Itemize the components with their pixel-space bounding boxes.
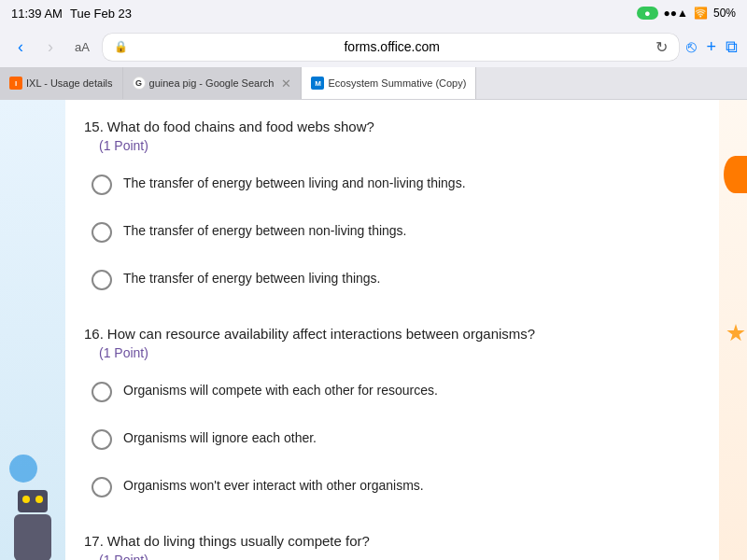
ixl-favicon: I xyxy=(9,77,22,90)
robot-head xyxy=(18,490,48,512)
add-tab-button[interactable]: + xyxy=(706,37,716,57)
robot-decoration xyxy=(14,490,51,560)
tabs-button[interactable]: ⧉ xyxy=(726,37,738,57)
tab-google[interactable]: G guinea pig - Google Search ✕ xyxy=(123,67,303,99)
nav-bar: ‹ › aA 🔒 forms.office.com ↻ ⎋ + ⧉ xyxy=(0,26,747,67)
question-16-text: How can resource availability affect int… xyxy=(107,326,535,342)
circle-deco-1 xyxy=(9,455,37,483)
option-16-3-label: Organisms won't ever interact with other… xyxy=(123,476,424,496)
option-15-3-label: The transfer of energy between living th… xyxy=(123,269,381,288)
question-15-option-2[interactable]: The transfer of energy between non-livin… xyxy=(84,216,691,248)
robot-body xyxy=(14,514,51,560)
question-15-option-1[interactable]: The transfer of energy between living an… xyxy=(84,168,691,201)
question-16-option-2[interactable]: Organisms will ignore each other. xyxy=(84,423,691,455)
browser-actions: ⎋ + ⧉ xyxy=(686,37,738,57)
question-15-text: What do food chains and food webs show? xyxy=(107,119,374,134)
question-17: 17. What do living things usually compet… xyxy=(84,533,691,560)
page-wrapper: 15. What do food chains and food webs sh… xyxy=(0,100,747,560)
question-17-points: (1 Point) xyxy=(99,553,691,560)
question-15-option-3[interactable]: The transfer of energy between living th… xyxy=(84,263,691,296)
tab-google-close[interactable]: ✕ xyxy=(281,77,291,91)
radio-16-2[interactable] xyxy=(92,429,112,450)
reader-mode-button[interactable]: aA xyxy=(69,38,95,56)
address-bar[interactable]: 🔒 forms.office.com ↻ xyxy=(103,34,680,61)
robot-eye-left xyxy=(22,496,30,503)
question-16: 16. How can resource availability affect… xyxy=(84,326,691,503)
question-16-number: 16. xyxy=(84,326,104,342)
browser-chrome: ‹ › aA 🔒 forms.office.com ↻ ⎋ + ⧉ I IXL … xyxy=(0,26,747,100)
url-text: forms.office.com xyxy=(134,39,651,54)
tab-eco[interactable]: M Ecosystem Summative (Copy) xyxy=(302,67,476,99)
question-16-option-1[interactable]: Organisms will compete with each other f… xyxy=(84,375,691,408)
question-15-number: 15. xyxy=(84,119,104,134)
option-16-2-label: Organisms will ignore each other. xyxy=(123,428,317,448)
reload-button[interactable]: ↻ xyxy=(655,38,668,56)
robot-eye-right xyxy=(35,496,43,503)
status-bar: 11:39 AM Tue Feb 23 ● ●●▲ 🛜 50% xyxy=(0,0,747,26)
question-16-row: 16. How can resource availability affect… xyxy=(84,326,691,342)
question-17-number: 17. xyxy=(84,533,104,549)
lock-icon: 🔒 xyxy=(114,40,128,53)
eco-favicon: M xyxy=(311,77,324,90)
tab-eco-label: Ecosystem Summative (Copy) xyxy=(328,77,466,89)
right-sidebar xyxy=(719,100,747,560)
question-15: 15. What do food chains and food webs sh… xyxy=(84,119,691,296)
option-15-1-label: The transfer of energy between living an… xyxy=(123,174,466,193)
radio-15-2[interactable] xyxy=(92,222,112,243)
star-decoration xyxy=(726,324,745,343)
status-right: ● ●●▲ 🛜 50% xyxy=(637,7,736,20)
fish-decoration xyxy=(724,156,747,193)
signal-icon: ●●▲ xyxy=(664,7,688,20)
tab-google-label: guinea pig - Google Search xyxy=(149,77,275,89)
left-sidebar xyxy=(0,100,65,560)
battery-level: 50% xyxy=(713,7,736,20)
question-15-points: (1 Point) xyxy=(99,138,691,153)
radio-16-3[interactable] xyxy=(92,477,112,497)
forward-button[interactable]: › xyxy=(39,35,62,59)
question-17-text: What do living things usually compete fo… xyxy=(107,533,370,549)
wifi-icon: 🛜 xyxy=(694,7,708,20)
question-16-points: (1 Point) xyxy=(99,345,691,360)
tab-ixl-label: IXL - Usage details xyxy=(26,77,113,89)
radio-15-3[interactable] xyxy=(92,270,112,290)
question-17-row: 17. What do living things usually compet… xyxy=(84,533,691,549)
call-indicator: ● xyxy=(637,7,658,20)
tabs-bar: I IXL - Usage details G guinea pig - Goo… xyxy=(0,67,747,99)
radio-15-1[interactable] xyxy=(92,175,112,195)
question-16-option-3[interactable]: Organisms won't ever interact with other… xyxy=(84,470,691,503)
radio-16-1[interactable] xyxy=(92,382,112,402)
google-favicon: G xyxy=(133,77,146,90)
option-15-2-label: The transfer of energy between non-livin… xyxy=(123,221,407,241)
share-button[interactable]: ⎋ xyxy=(686,37,697,57)
main-content: 15. What do food chains and food webs sh… xyxy=(65,100,719,560)
question-15-row: 15. What do food chains and food webs sh… xyxy=(84,119,691,134)
date: Tue Feb 23 xyxy=(70,7,132,21)
option-16-1-label: Organisms will compete with each other f… xyxy=(123,381,438,400)
tab-ixl[interactable]: I IXL - Usage details xyxy=(0,67,123,99)
back-button[interactable]: ‹ xyxy=(9,35,32,59)
status-left: 11:39 AM Tue Feb 23 xyxy=(11,7,132,21)
time: 11:39 AM xyxy=(11,7,63,21)
